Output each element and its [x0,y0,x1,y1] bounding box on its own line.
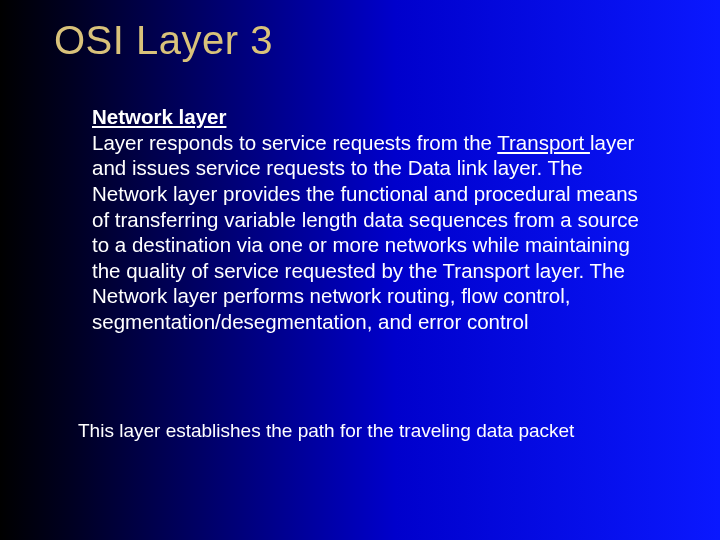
body-part-2: layer and issues service requests to the… [92,131,639,333]
body-part-1: Layer responds to service requests from … [92,131,497,154]
slide-title: OSI Layer 3 [54,18,273,63]
body-text-block: Network layer Layer responds to service … [92,104,652,335]
section-heading: Network layer [92,105,226,128]
transport-link[interactable]: Transport [497,131,590,154]
slide: OSI Layer 3 Network layer Layer responds… [0,0,720,540]
footnote-text: This layer establishes the path for the … [78,420,658,443]
